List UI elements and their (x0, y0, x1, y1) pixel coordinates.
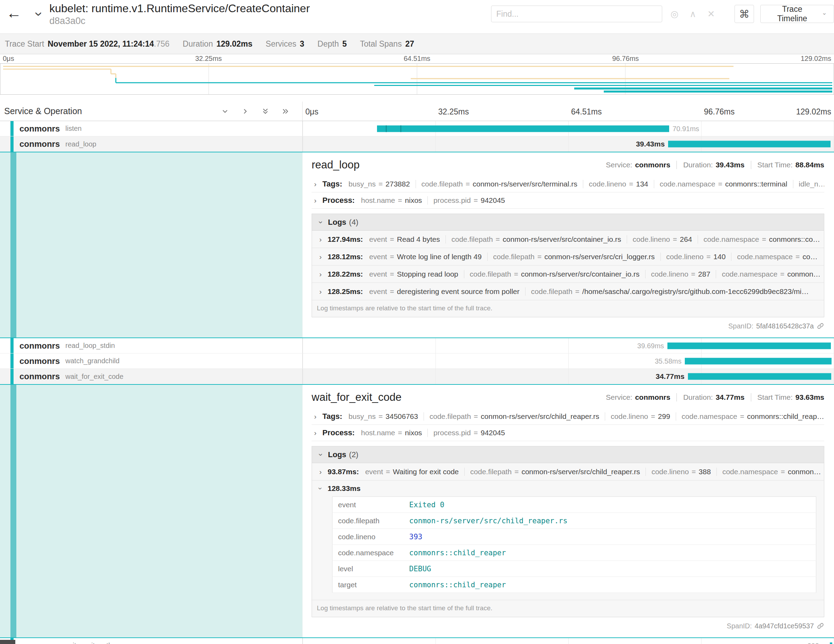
kv-value: 34506763 (386, 412, 418, 420)
span-id-row: SpanID:4a947cfd1ce59537 (312, 617, 824, 634)
log-field-row: code.filepathconmon-rs/server/src/child_… (333, 513, 816, 529)
back-button[interactable]: ← (6, 4, 21, 21)
trace-minimap[interactable] (0, 63, 834, 95)
span-detail-left-column (0, 385, 302, 638)
span-duration-bar[interactable] (685, 358, 831, 364)
kv-key: process.pid (433, 196, 470, 204)
collapse-chevron-icon[interactable]: › (316, 218, 325, 226)
service-name: conmonrs (19, 139, 60, 149)
span-name-column[interactable]: conmonrsread_loop_stdin (0, 338, 302, 353)
span-bar-area[interactable]: 303μs (302, 638, 834, 644)
kv-key: code.lineno (633, 235, 670, 243)
log-timestamp: 127.94ms: (328, 235, 363, 244)
span-bar-area[interactable]: 39.69ms (302, 338, 834, 353)
kv-pair: code.filepath=conmon-rs/server/src/cri_l… (487, 252, 655, 261)
summary-value: November 15 2022, 11:24:14 (48, 39, 154, 49)
log-entry-header[interactable]: ›128.33ms (317, 481, 819, 497)
span-duration-bar[interactable] (668, 141, 831, 147)
detail-start-time-label: Start Time: (758, 393, 793, 401)
expand-chevron-icon[interactable]: › (317, 468, 324, 476)
span-duration-bar[interactable] (668, 342, 831, 349)
span-name-column[interactable]: conmonrsread_loop (0, 136, 302, 152)
process-row[interactable]: ›Process:host.name=nixosprocess.pid=9420… (312, 193, 824, 209)
logs-section: ›Logs(4)›127.94ms:event=Read 4 bytescode… (312, 214, 824, 317)
chevron-right-icon[interactable] (241, 107, 249, 115)
prev-match-icon[interactable]: ∧ (690, 9, 696, 19)
service-operation-heading: Service & Operation (4, 106, 82, 116)
log-timestamp: 128.22ms: (328, 270, 363, 278)
span-duration-bar[interactable] (830, 642, 832, 644)
span-name-column[interactable]: conmonrswait_for_exit_code (0, 369, 302, 384)
minimap-tick-row: 0μs 32.25ms 64.51ms 96.76ms 129.02ms (0, 54, 834, 63)
tags-row[interactable]: ›Tags:busy_ns=34506763code.filepath=conm… (312, 408, 824, 425)
span-color-accent (10, 136, 14, 152)
kv-value: Read 4 bytes (397, 235, 440, 243)
kv-value: co… (803, 252, 818, 261)
process-row[interactable]: ›Process:host.name=nixosprocess.pid=9420… (312, 425, 824, 441)
kv-value: conmon-rs/server/src/child_reaper.rs (521, 468, 640, 476)
log-field-key: code.filepath (333, 513, 404, 529)
log-entry[interactable]: ›128.25ms:event=deregistering event sour… (312, 283, 824, 300)
span-row[interactable]: conmonrswatch_grandchild35.58ms (0, 353, 834, 369)
view-selector-button[interactable]: Trace Timeline › (760, 5, 834, 23)
span-bar-area[interactable]: 34.77ms (302, 369, 834, 384)
clear-search-icon[interactable]: ✕ (707, 9, 715, 19)
expand-chevron-icon[interactable]: › (317, 252, 324, 261)
logs-header[interactable]: ›Logs(2) (312, 447, 824, 463)
span-bar-area[interactable]: 35.58ms (302, 353, 834, 369)
span-row[interactable]: conmonrslisten70.91ms (0, 121, 834, 136)
double-chevron-down-icon[interactable] (261, 107, 270, 115)
span-row[interactable]: conmonrsread_loop39.43ms (0, 136, 834, 152)
chevron-down-icon[interactable] (221, 107, 229, 115)
span-detail-meta: Service:conmonrsDuration:34.77msStart Ti… (606, 393, 824, 401)
equals-sign: = (390, 287, 394, 295)
locate-match-icon[interactable]: ◎ (671, 9, 679, 19)
tags-row[interactable]: ›Tags:busy_ns=273882code.filepath=conmon… (312, 176, 824, 193)
log-timestamp: 128.12ms: (328, 252, 363, 261)
span-name-column[interactable]: conmonrswatch_grandchild (0, 353, 302, 369)
log-field-value: conmonrs::child_reaper (404, 577, 816, 593)
summary-label: Trace Start (5, 39, 44, 49)
keyboard-shortcuts-button[interactable]: ⌘ (735, 5, 754, 23)
span-row[interactable]: conmonrswrite_exit_path303μs (0, 638, 834, 644)
log-entry[interactable]: ›128.12ms:event=Wrote log line of length… (312, 248, 824, 265)
collapse-chevron-icon[interactable]: › (317, 485, 325, 492)
equals-sign: = (398, 429, 402, 437)
log-entry[interactable]: ›93.87ms:event=Waiting for exit codecode… (312, 463, 824, 481)
expand-chevron-icon[interactable]: › (317, 235, 324, 244)
expand-chevron-icon[interactable]: › (317, 270, 324, 278)
expand-chevron-icon[interactable]: › (312, 429, 319, 437)
span-row[interactable]: conmonrsread_loop_stdin39.69ms (0, 338, 834, 353)
log-field-key: code.lineno (333, 529, 404, 545)
span-row[interactable]: conmonrswait_for_exit_code34.77ms (0, 369, 834, 385)
span-duration-label: 39.43ms (636, 140, 668, 148)
find-input[interactable] (491, 6, 662, 22)
link-icon[interactable] (816, 622, 824, 630)
expand-chevron-icon[interactable]: › (312, 180, 319, 188)
span-name-column[interactable]: conmonrswrite_exit_path (0, 638, 302, 644)
log-entry[interactable]: ›128.22ms:event=Stopping read loopcode.f… (312, 265, 824, 283)
span-duration-bar[interactable] (688, 373, 831, 380)
kv-pair: code.lineno=388 (645, 468, 711, 476)
logs-header[interactable]: ›Logs(4) (312, 214, 824, 231)
trace-collapse-chevron-icon[interactable]: › (31, 7, 47, 21)
expand-chevron-icon[interactable]: › (312, 196, 319, 205)
log-entry[interactable]: ›127.94ms:event=Read 4 bytescode.filepat… (312, 231, 824, 248)
detail-duration-value: 39.43ms (716, 161, 745, 169)
kv-value: conmonrs::co… (769, 235, 820, 243)
collapse-chevron-icon[interactable]: › (316, 451, 325, 459)
kv-pair: event=Read 4 bytes (369, 235, 440, 244)
link-icon[interactable] (816, 322, 824, 330)
service-name: conmonrs (19, 341, 60, 351)
double-chevron-right-icon[interactable] (281, 107, 290, 115)
summary-value: 27 (405, 39, 414, 49)
expand-chevron-icon[interactable]: › (317, 287, 324, 296)
kv-pair: host.name=nixos (361, 429, 422, 437)
operation-name: listen (65, 125, 82, 133)
kv-value: conmon… (787, 270, 821, 278)
span-bar-area[interactable]: 39.43ms (302, 136, 834, 152)
expand-chevron-icon[interactable]: › (312, 412, 319, 421)
span-duration-bar[interactable] (377, 125, 669, 132)
span-bar-area[interactable]: 70.91ms (302, 121, 834, 136)
span-name-column[interactable]: conmonrslisten (0, 121, 302, 136)
